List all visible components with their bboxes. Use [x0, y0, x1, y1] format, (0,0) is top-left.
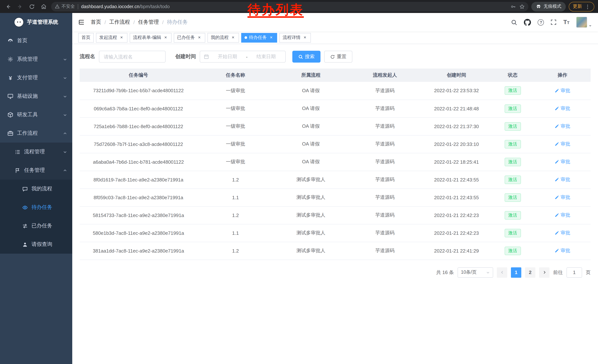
- approve-link[interactable]: 审批: [555, 230, 570, 236]
- tab-start-process[interactable]: 发起流程×: [96, 33, 127, 42]
- close-icon[interactable]: ×: [302, 35, 307, 40]
- prev-page-button[interactable]: [497, 267, 507, 277]
- chevron-down-icon: [63, 57, 67, 61]
- tab-my-process[interactable]: 我的流程×: [208, 33, 239, 42]
- github-icon[interactable]: [524, 19, 531, 26]
- approve-link[interactable]: 审批: [555, 87, 570, 94]
- table-row: 069c6a63-7b8a-11ec-8ef0-acde48001122一级审批…: [80, 100, 590, 117]
- collapse-sidebar-icon[interactable]: [78, 19, 85, 25]
- pen-icon: [555, 160, 559, 164]
- sidebar-item-todo-tasks[interactable]: 待办任务: [0, 198, 72, 217]
- chevron-left-icon: [500, 270, 504, 274]
- approve-link[interactable]: 审批: [555, 212, 570, 218]
- sidebar-item-leave-query[interactable]: 请假查询: [0, 235, 72, 254]
- breadcrumb-home[interactable]: 首页: [91, 19, 101, 25]
- back-icon[interactable]: [4, 2, 13, 11]
- sidebar-item-payment[interactable]: ¥ 支付管理: [0, 68, 72, 87]
- close-icon[interactable]: ×: [197, 35, 202, 40]
- sidebar-item-infrastructure[interactable]: 基础设施: [0, 87, 72, 105]
- tab-home[interactable]: 首页: [78, 33, 94, 42]
- breadcrumb-workflow[interactable]: 工作流程: [109, 19, 130, 25]
- sidebar-item-task-management[interactable]: 任务管理: [0, 161, 72, 180]
- page-content: 流程名 创建时间 开始日期 - 结束日期 搜索 重: [72, 44, 598, 364]
- menu-kebab-icon[interactable]: ⋮: [585, 4, 590, 9]
- col-process: 所属流程: [274, 68, 348, 82]
- incognito-label: 无痕模式: [544, 3, 561, 10]
- chevron-down-icon: [63, 113, 67, 117]
- active-dot: [245, 36, 247, 39]
- swap-arrows-icon: [22, 223, 28, 229]
- process-name-input[interactable]: [99, 51, 166, 63]
- col-initiator: 流程发起人: [348, 68, 422, 82]
- forward-icon[interactable]: [16, 2, 25, 11]
- sidebar-item-system[interactable]: 系统管理: [0, 50, 72, 68]
- tab-todo-tasks[interactable]: 待办任务×: [241, 33, 277, 42]
- avatar[interactable]: [576, 17, 587, 28]
- table-row: 75d72608-7b7f-11ec-a3c8-acde48001122一级审批…: [80, 135, 590, 153]
- pen-icon: [555, 213, 559, 217]
- caret-down-icon: [588, 24, 592, 28]
- sidebar-item-done-tasks[interactable]: 已办任务: [0, 217, 72, 235]
- approve-link[interactable]: 审批: [555, 123, 570, 129]
- chevron-down-icon: [486, 270, 490, 274]
- breadcrumb-task-management[interactable]: 任务管理: [138, 19, 159, 25]
- person-icon: [22, 242, 28, 247]
- page-size-select[interactable]: 10条/页: [457, 267, 493, 277]
- font-size-icon[interactable]: TT: [563, 19, 569, 25]
- close-icon[interactable]: ×: [231, 35, 236, 40]
- reload-icon[interactable]: [27, 2, 36, 11]
- pen-icon: [555, 177, 559, 182]
- next-page-button[interactable]: [539, 267, 549, 277]
- col-task-id: 任务编号: [80, 68, 197, 82]
- sidebar-item-home[interactable]: 首页: [0, 32, 72, 50]
- goto-page-input[interactable]: [566, 267, 582, 277]
- fullscreen-icon[interactable]: [551, 19, 557, 25]
- bookmark-star-icon[interactable]: [519, 4, 525, 9]
- close-icon[interactable]: ×: [119, 35, 124, 40]
- search-icon[interactable]: [511, 19, 517, 25]
- status-badge: 激活: [505, 211, 521, 219]
- approve-link[interactable]: 审批: [555, 141, 570, 147]
- approve-link[interactable]: 审批: [555, 176, 570, 183]
- search-button[interactable]: 搜索: [292, 51, 321, 63]
- pen-icon: [555, 142, 559, 146]
- tab-process-form-edit[interactable]: 流程表单-编辑×: [130, 33, 172, 42]
- pen-icon: [555, 249, 559, 253]
- breadcrumb-separator: /: [162, 19, 164, 25]
- sidebar-item-devtools[interactable]: 研发工具: [0, 105, 72, 124]
- date-range-picker[interactable]: 开始日期 - 结束日期: [200, 51, 286, 63]
- approve-link[interactable]: 审批: [555, 194, 570, 201]
- help-icon[interactable]: ?: [538, 19, 544, 25]
- reset-button[interactable]: 重置: [324, 51, 352, 63]
- incognito-badge: 无痕模式: [531, 2, 566, 11]
- close-icon[interactable]: ×: [163, 35, 168, 40]
- approve-link[interactable]: 审批: [555, 159, 570, 165]
- table-row: 8f0d1619-7ac8-11ec-a9e2-a2380e71991a1.2测…: [80, 171, 590, 188]
- eye-icon: [22, 205, 28, 210]
- app-logo[interactable]: 芋道管理系统: [0, 13, 72, 32]
- security-chip[interactable]: 不安全: [55, 3, 75, 10]
- table-row: 381aa1dd-7ac8-11ec-a9e2-a2380e71991a1.2测…: [80, 242, 590, 259]
- breadcrumb-current: 待办任务: [167, 19, 188, 25]
- chat-icon: [22, 186, 28, 192]
- screen: 不安全 dashboard.yudao.iocoder.cn/bpm/task/…: [0, 0, 598, 364]
- tab-process-detail[interactable]: 流程详情×: [279, 33, 311, 42]
- security-label: 不安全: [61, 3, 75, 10]
- sidebar-item-workflow[interactable]: 工作流程: [0, 124, 72, 143]
- close-icon[interactable]: ×: [269, 35, 274, 40]
- omnibox-divider: [78, 4, 78, 9]
- pen-icon: [555, 195, 559, 200]
- status-badge: 激活: [505, 158, 521, 166]
- status-badge: 激活: [505, 175, 521, 184]
- key-icon[interactable]: [511, 4, 516, 9]
- approve-link[interactable]: 审批: [555, 247, 570, 254]
- approve-link[interactable]: 审批: [555, 105, 570, 112]
- sidebar-item-process-management[interactable]: 流程管理: [0, 143, 72, 161]
- page-button-2[interactable]: 2: [525, 267, 535, 277]
- tab-done-tasks[interactable]: 已办任务×: [174, 33, 205, 42]
- user-menu[interactable]: [576, 17, 592, 28]
- sidebar-item-my-process[interactable]: 我的流程: [0, 180, 72, 198]
- update-button[interactable]: 更新 ⋮: [569, 2, 594, 11]
- page-button-1[interactable]: 1: [511, 267, 521, 277]
- home-icon[interactable]: [39, 2, 48, 11]
